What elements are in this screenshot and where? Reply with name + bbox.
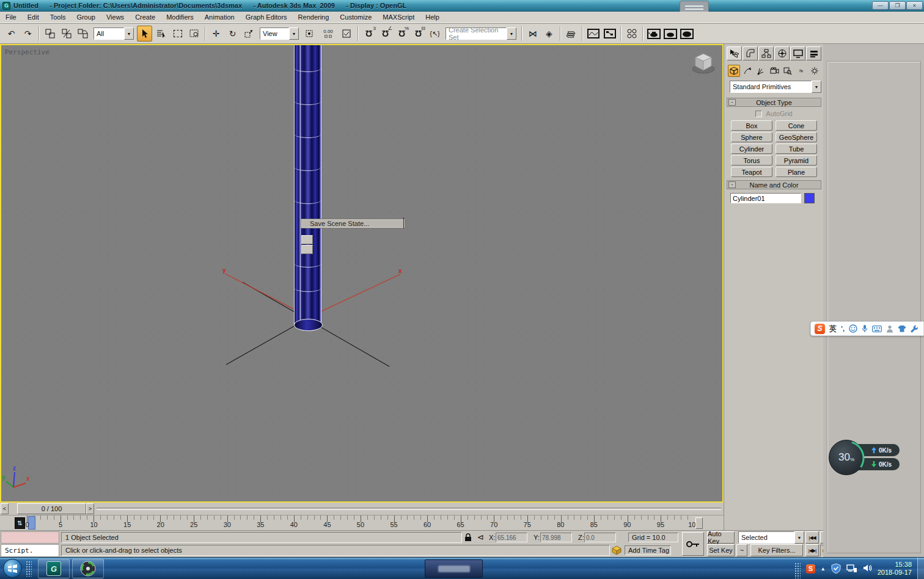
maxscript-mini-listener[interactable] xyxy=(1,531,59,544)
chevron-down-icon[interactable]: ▼ xyxy=(124,27,134,40)
show-desktop-button[interactable] xyxy=(917,558,924,579)
object-type-button[interactable]: Teapot xyxy=(731,167,772,177)
menu-item[interactable]: Help xyxy=(420,12,445,22)
autogrid-checkbox[interactable] xyxy=(755,111,762,117)
tray-clock[interactable]: 15:38 2018-09-17 xyxy=(878,561,912,577)
taskbar-window-button[interactable] xyxy=(425,559,483,578)
sogou-tray-icon[interactable]: S xyxy=(806,564,815,574)
object-name-field[interactable] xyxy=(730,193,801,203)
named-selection-set-dropdown[interactable]: Create Selection Set ▼ xyxy=(446,27,516,40)
reference-coordinate-dropdown[interactable]: View ▼ xyxy=(260,27,299,40)
chevron-down-icon[interactable]: ▼ xyxy=(812,81,821,93)
curve-editor-icon[interactable] xyxy=(585,26,601,42)
select-by-name-icon[interactable] xyxy=(153,26,169,42)
viewport-label[interactable]: Perspective xyxy=(5,48,50,56)
set-keys-button[interactable] xyxy=(682,532,704,556)
menu-item[interactable]: File xyxy=(0,12,22,22)
z-coord-field[interactable] xyxy=(584,533,616,542)
object-type-button[interactable]: Torus xyxy=(731,155,772,166)
go-to-start-button[interactable]: |◀◀ xyxy=(805,531,819,544)
menu-item[interactable]: Group xyxy=(71,12,101,22)
auto-key-button[interactable]: Auto Key xyxy=(707,531,735,544)
time-slider-track[interactable] xyxy=(97,508,721,510)
select-and-manipulate-icon[interactable] xyxy=(339,26,354,42)
microphone-icon[interactable] xyxy=(862,324,868,333)
net-speed-widget[interactable]: 0K/s 0K/s 30 % xyxy=(829,439,900,476)
x-coord-field[interactable] xyxy=(496,533,527,542)
angle-snap-icon[interactable]: Ω∠ xyxy=(378,26,393,42)
user-icon[interactable] xyxy=(886,325,893,333)
chevron-down-icon[interactable]: ▼ xyxy=(794,531,804,544)
object-type-button[interactable]: GeoSphere xyxy=(776,132,817,142)
select-and-scale-icon[interactable] xyxy=(241,26,257,42)
close-button[interactable]: × xyxy=(906,1,923,10)
unlink-selection-icon[interactable] xyxy=(59,26,74,42)
space-warps-icon[interactable]: ≈ xyxy=(795,65,807,77)
material-editor-icon[interactable] xyxy=(624,26,639,42)
sogou-logo-icon[interactable]: S xyxy=(815,324,825,334)
wrench-icon[interactable] xyxy=(911,325,918,333)
menu-item[interactable]: Views xyxy=(101,12,130,22)
collapse-icon[interactable]: - xyxy=(728,181,736,188)
select-object-icon[interactable] xyxy=(137,26,152,42)
object-color-swatch[interactable] xyxy=(804,193,815,203)
chevron-down-icon[interactable]: ▼ xyxy=(289,27,299,40)
chevron-down-icon[interactable]: ▼ xyxy=(507,27,516,40)
emoji-icon[interactable] xyxy=(849,324,857,333)
tab-utilities[interactable] xyxy=(806,46,821,60)
restore-button[interactable]: ❐ xyxy=(889,1,906,10)
rectangular-selection-region-icon[interactable] xyxy=(170,26,185,42)
object-type-button[interactable]: Cone xyxy=(776,120,817,131)
align-icon[interactable]: ◈ xyxy=(541,26,557,42)
object-type-button[interactable]: Pyramid xyxy=(776,155,817,166)
tab-motion[interactable] xyxy=(774,46,790,60)
tab-hierarchy[interactable] xyxy=(758,46,774,60)
viewport[interactable]: Perspective y x z xyxy=(0,44,724,503)
spinner-button-up[interactable] xyxy=(301,235,313,244)
cameras-icon[interactable] xyxy=(768,65,780,77)
keyboard-icon[interactable] xyxy=(872,326,882,332)
redo-icon[interactable]: ↷ xyxy=(20,26,35,42)
network-icon[interactable] xyxy=(846,564,857,574)
speaker-icon[interactable] xyxy=(863,564,872,574)
render-scene-icon[interactable] xyxy=(646,26,661,42)
offset-spinner[interactable]: 0.00 xyxy=(318,26,338,42)
menu-item[interactable]: Graph Editors xyxy=(240,12,293,22)
menu-item[interactable]: MAXScript xyxy=(377,12,420,22)
time-slider-button[interactable]: 0 / 100 xyxy=(17,503,86,514)
ime-punctuation-toggle[interactable]: ’, xyxy=(841,325,845,332)
snap-toggle-icon[interactable]: Ω3 xyxy=(361,26,376,42)
start-button[interactable] xyxy=(3,559,22,578)
key-filters-button[interactable]: Key Filters... xyxy=(750,544,803,556)
primitive-category-dropdown[interactable]: Standard Primitives ▼ xyxy=(730,81,821,93)
object-type-button[interactable]: Tube xyxy=(776,144,817,154)
key-mode-toggle[interactable]: |◀▶| xyxy=(805,544,819,556)
helpers-icon[interactable] xyxy=(782,65,794,77)
menu-item[interactable]: Rendering xyxy=(293,12,335,22)
tab-create[interactable] xyxy=(727,46,742,60)
name-color-rollout-header[interactable]: - Name and Color xyxy=(727,180,821,189)
window-crossing-icon[interactable] xyxy=(186,26,202,42)
cylinder-object[interactable] xyxy=(294,45,321,326)
percent-snap-icon[interactable]: Ω% xyxy=(394,26,409,42)
viewcube[interactable] xyxy=(689,51,717,75)
quick-render-icon[interactable] xyxy=(679,26,694,42)
use-pivot-center-icon[interactable] xyxy=(302,26,317,42)
ruler-scroll-handle[interactable] xyxy=(695,517,703,529)
tray-expand-icon[interactable]: ▲ xyxy=(821,566,826,572)
spinner-button-down[interactable] xyxy=(301,245,313,254)
set-key-button[interactable]: Set Key xyxy=(707,544,735,556)
time-slider-prev-icon[interactable]: < xyxy=(1,503,9,514)
bind-to-space-warp-icon[interactable] xyxy=(75,26,90,42)
maxscript-script-line[interactable]: Script. xyxy=(1,544,59,557)
systems-icon[interactable] xyxy=(809,65,821,77)
selection-filter-dropdown[interactable]: All ▼ xyxy=(94,27,134,40)
selection-lock-toggle[interactable] xyxy=(464,533,472,542)
time-tag-cube-icon[interactable] xyxy=(612,545,622,555)
menu-item[interactable]: Tools xyxy=(45,12,72,22)
add-time-tag[interactable]: Add Time Tag xyxy=(625,545,671,555)
taskbar-3dsmax-button[interactable]: G xyxy=(38,559,70,578)
select-and-move-icon[interactable]: ✛ xyxy=(208,26,224,42)
shapes-icon[interactable] xyxy=(741,65,754,77)
keyboard-shortcut-override-icon[interactable]: {↖} xyxy=(427,26,442,42)
